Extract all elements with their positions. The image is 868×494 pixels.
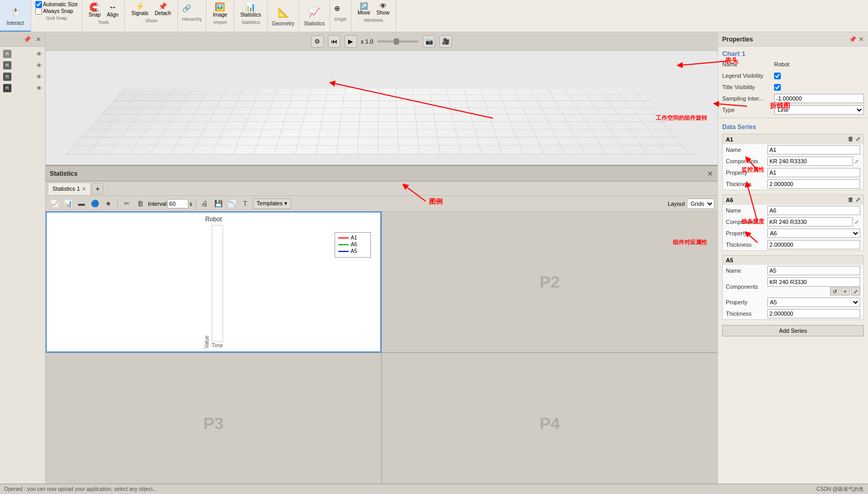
series-a5-comp-add-icon[interactable]: + — [841, 287, 850, 295]
toolbar-interact-section[interactable]: 🖱️ Interact — [0, 0, 31, 32]
stats-cell-p4[interactable]: P4 — [382, 353, 718, 494]
star-icon[interactable]: ★ — [103, 198, 114, 209]
record-icon[interactable]: 🎥 — [439, 35, 452, 48]
grid-surface — [66, 89, 697, 154]
item4-visibility-icon[interactable]: 👁 — [36, 85, 42, 91]
statistics-toolbar-button[interactable]: 📊 Statistics — [238, 1, 263, 19]
series-a1-property-input[interactable] — [767, 168, 860, 177]
item2-visibility-icon[interactable]: 👁 — [36, 62, 42, 68]
toolbar-statistics-tab[interactable]: 📈 Statistics — [299, 0, 330, 32]
pin-icon[interactable]: 📌 — [22, 35, 32, 44]
series-a1-expand-icon[interactable]: ⤢ — [856, 136, 860, 143]
title-visibility-checkbox[interactable] — [774, 84, 781, 91]
automatic-size-checkbox[interactable]: Automatic Size — [35, 1, 78, 8]
statistics-panel: Statistics ✕ Statistics 1 ✕ + 📈 📊 ▬ 🔵 ★ … — [46, 165, 718, 494]
series-a6-thickness-label: Thickness — [726, 242, 767, 248]
series-a6-thickness-input[interactable] — [767, 240, 860, 249]
stats-cell-p3[interactable]: P3 — [46, 353, 381, 494]
type-prop-label: Type — [722, 107, 774, 113]
signals-button[interactable]: ⚡ Signals — [129, 1, 150, 17]
series-a1-thickness-input[interactable] — [767, 179, 860, 189]
graph-icon[interactable]: 📉 — [226, 198, 238, 209]
image-button[interactable]: 🖼️ Image — [211, 1, 229, 19]
series-a5-comp-refresh-icon[interactable]: ↺ — [830, 287, 839, 295]
gauge-icon[interactable]: 🔵 — [89, 198, 101, 209]
toolbar-hierarchy-group: 🔗 Hierarchy — [178, 0, 207, 32]
snap-button[interactable]: 🧲 Snap — [87, 1, 103, 19]
series-a5-property-select[interactable]: A5 — [767, 298, 860, 307]
series-a5-name-input[interactable] — [767, 266, 860, 275]
series-a6-delete-icon[interactable]: 🗑 — [848, 196, 853, 203]
p4-label: P4 — [540, 414, 560, 433]
layout-select[interactable]: Grids — [687, 199, 714, 209]
stats-cell-p1[interactable]: Robot Value Time — [46, 211, 381, 352]
speed-slider[interactable] — [377, 40, 419, 43]
series-a6-expand-icon[interactable]: ⤢ — [856, 196, 860, 203]
type-prop-select[interactable]: Line — [774, 105, 864, 115]
series-a1-name-input[interactable] — [767, 145, 860, 154]
scissors-icon[interactable]: ✂ — [121, 198, 132, 209]
series-a5-comp-expand-icon[interactable]: ⤢ — [851, 287, 860, 295]
series-a5-components-input[interactable] — [767, 277, 860, 287]
statistics-close-icon[interactable]: ✕ — [707, 170, 713, 178]
tab-close-icon[interactable]: ✕ — [82, 186, 86, 192]
toolbar-import-group: 🖼️ Image Import — [206, 0, 234, 32]
show-label: Show — [129, 18, 173, 23]
detach-button[interactable]: 📌 Detach — [153, 1, 173, 17]
bar-chart-icon[interactable]: 📊 — [62, 198, 74, 209]
series-a6-components-expand[interactable]: ⤢ — [853, 218, 860, 225]
histogram-icon[interactable]: ▬ — [76, 198, 87, 209]
series-a5-thickness-input[interactable] — [767, 309, 860, 318]
close-left-panel-icon[interactable]: ✕ — [34, 35, 43, 44]
always-snap-checkbox[interactable]: Always Snap — [35, 8, 73, 15]
interval-unit: s — [189, 201, 192, 207]
line-chart-icon[interactable]: 📈 — [49, 198, 60, 209]
stats-cell-p2[interactable]: P2 — [382, 211, 718, 352]
layout-dropdown: Layout Grids — [668, 199, 714, 209]
series-a6-icons: 🗑 ⤢ — [848, 196, 860, 203]
series-a6-property-select[interactable]: A6 — [767, 229, 860, 238]
legend-line-a6 — [338, 244, 349, 245]
series-a1-components-expand[interactable]: ⤢ — [853, 158, 860, 165]
pin-right-icon[interactable]: 📌 — [849, 36, 857, 43]
statistics-tabs: Statistics 1 ✕ + — [46, 181, 718, 196]
properties-title: Properties — [722, 36, 753, 43]
item3-visibility-icon[interactable]: 👁 — [36, 74, 42, 80]
interval-input[interactable] — [168, 199, 188, 208]
settings-icon[interactable]: ⚙ — [311, 35, 324, 48]
screenshot-icon[interactable]: 📷 — [423, 35, 435, 48]
rewind-icon[interactable]: ⏮ — [328, 35, 340, 48]
move-button[interactable]: ↗️ Move — [355, 1, 372, 17]
list-item: R 👁 — [2, 83, 43, 93]
series-a1-components-input[interactable] — [767, 157, 853, 166]
statistics-tab-1[interactable]: Statistics 1 ✕ — [48, 182, 91, 195]
series-a1-thickness-row: Thickness — [723, 178, 863, 190]
align-button[interactable]: ↔️ Align — [105, 2, 120, 19]
series-block-a5: A5 Name Components ↺ + ⤢ Property — [722, 255, 864, 320]
save-icon[interactable]: 💾 — [213, 198, 224, 209]
toolbar-geometry-section[interactable]: 📐 Geometry — [268, 0, 299, 32]
text-format-icon[interactable]: T — [240, 198, 251, 209]
legend-visibility-checkbox[interactable] — [774, 73, 781, 79]
templates-button[interactable]: Templates ▾ — [253, 199, 291, 209]
add-tab-icon[interactable]: + — [92, 183, 103, 194]
play-icon[interactable]: ▶ — [345, 35, 357, 48]
print-icon[interactable]: 🖨 — [199, 198, 211, 209]
left-panel-header: 📌 ✕ — [0, 32, 45, 47]
item1-visibility-icon[interactable]: 👁 — [36, 51, 42, 57]
series-a6-name-label: Name — [726, 207, 767, 214]
series-a1-delete-icon[interactable]: 🗑 — [848, 136, 853, 143]
series-a6-name-input[interactable] — [767, 206, 860, 215]
origin-label: Origin — [334, 17, 347, 22]
show-dropdown-button[interactable]: 👁️ Show — [375, 1, 392, 17]
close-right-panel-icon[interactable]: ✕ — [859, 36, 864, 43]
interval-input-group: Interval s — [148, 199, 192, 208]
delete-icon[interactable]: 🗑 — [134, 198, 146, 209]
add-series-button[interactable]: Add Series — [722, 325, 864, 336]
toolbar-separator-2 — [196, 199, 196, 209]
series-a5-components-box: ↺ + ⤢ — [767, 277, 860, 295]
statistics-panel-header: Statistics ✕ — [46, 166, 718, 181]
sampling-interval-input[interactable] — [774, 94, 864, 103]
tools-label: Tools — [87, 20, 121, 25]
series-a6-components-input[interactable] — [767, 217, 853, 227]
